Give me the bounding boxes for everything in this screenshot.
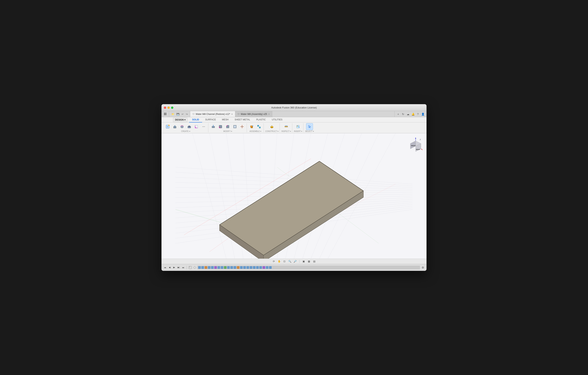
notification-button[interactable]: 🔔 [411, 112, 415, 116]
timeline-marker-17[interactable] [250, 266, 252, 269]
file-button[interactable]: 📁 [171, 112, 175, 116]
tab-mesh[interactable]: MESH [219, 117, 232, 122]
tab-plastic[interactable]: PLASTIC [253, 117, 269, 122]
maximize-button[interactable] [171, 107, 173, 109]
new-sketch-button[interactable] [164, 123, 171, 130]
tab-surface[interactable]: SURFACE [202, 117, 219, 122]
app-grid-button[interactable] [162, 111, 169, 117]
timeline-marker-1[interactable] [198, 266, 201, 269]
view-settings-button[interactable]: ▤ [312, 260, 316, 263]
timeline-marker-16[interactable] [246, 266, 249, 269]
timeline-marker-8[interactable] [221, 266, 223, 269]
revolve-button[interactable] [179, 123, 185, 130]
timeline-marker-23[interactable] [269, 266, 272, 269]
refresh-button[interactable]: ↻ [401, 112, 405, 116]
fillet-button[interactable] [193, 123, 200, 130]
tab-utilities[interactable]: UTILITIES [269, 117, 285, 122]
timeline-marker-12[interactable] [234, 266, 236, 269]
svg-rect-0 [164, 113, 165, 114]
svg-marker-109 [422, 149, 423, 151]
offset-plane-button[interactable] [268, 123, 275, 130]
zoom-out-button[interactable]: 🔎 [293, 260, 297, 263]
help-button[interactable]: ? [416, 112, 420, 116]
move-button[interactable] [239, 123, 245, 130]
svg-text:Z: Z [420, 139, 421, 141]
view-cube[interactable]: Z X FRONT RIGHT [409, 137, 421, 152]
select-tool-button[interactable] [306, 123, 313, 130]
timeline-marker-3[interactable] [205, 266, 207, 269]
joint-button[interactable] [256, 123, 262, 130]
account-button[interactable]: 👤 [421, 112, 425, 116]
titlebar: Autodesk Fusion 360 (Education License) [162, 104, 426, 111]
new-tab-button[interactable]: + [396, 112, 400, 116]
tab-icon: 🛡 [192, 113, 195, 115]
timeline-sketch-button[interactable] [188, 266, 192, 269]
timeline-marker-14[interactable] [240, 266, 243, 269]
timeline-marker-13[interactable] [237, 266, 240, 269]
timeline-settings-button[interactable]: ⚙ [421, 265, 425, 270]
grid-settings-button[interactable]: ▦ [307, 260, 311, 263]
new-component-button[interactable] [248, 123, 255, 130]
tab-close-button-2[interactable]: × [268, 113, 270, 115]
timeline-prev-button[interactable]: ◀ [168, 266, 171, 269]
timeline-marker-2[interactable] [201, 266, 204, 269]
display-mode-button[interactable]: ▣ [302, 260, 305, 263]
timeline-end-button[interactable]: ⏭ [181, 266, 185, 269]
save-button[interactable]: 💾 [176, 112, 180, 116]
svg-rect-39 [257, 125, 259, 126]
tab-inactive[interactable]: 🛡 Water Mill (Assembly) v25 × [235, 111, 272, 117]
3d-model-viewport [162, 133, 426, 259]
timeline-marker-7[interactable] [218, 266, 220, 269]
timeline-rewind-button[interactable]: ⏮ [163, 266, 167, 269]
cloud-button[interactable]: ☁ [406, 112, 410, 116]
tab-active[interactable]: 🛡 Water Mill Channel (Redone) v12* × [190, 111, 235, 117]
orbit-button[interactable]: ⟳ [272, 260, 276, 263]
extrude-button[interactable] [171, 123, 178, 130]
press-pull-button[interactable] [210, 123, 217, 130]
redo-button[interactable]: ↪ [185, 112, 189, 116]
timeline-marker-20[interactable] [259, 266, 262, 269]
zoom-in-button[interactable]: 🔍 [288, 260, 292, 263]
chamfer-button[interactable] [224, 123, 231, 130]
tab-sheet-metal[interactable]: SHEET METAL [231, 117, 253, 122]
ribbon-group-create: CREATE ▾ [163, 123, 208, 132]
minimize-button[interactable] [168, 107, 170, 109]
insert-canvas-button[interactable] [294, 123, 301, 130]
svg-rect-40 [259, 127, 261, 128]
svg-point-17 [203, 126, 204, 127]
more-create-button[interactable] [200, 123, 207, 130]
tab-label: Water Mill Channel (Redone) v12* [196, 113, 230, 115]
close-button[interactable] [164, 107, 166, 109]
tab-solid[interactable]: SOLID [189, 117, 202, 122]
timeline-play-button[interactable]: ▶ [172, 266, 176, 269]
bottom-toolbar: ⟳ ✋ ⊡ 🔍 🔎 ▣ ▦ ▤ [162, 259, 426, 264]
viewport[interactable]: Z X FRONT RIGHT [162, 133, 426, 259]
svg-rect-1 [165, 113, 166, 114]
timeline-marker-21[interactable] [262, 266, 265, 269]
timeline-marker-15[interactable] [243, 266, 246, 269]
timeline-marker-9[interactable] [224, 266, 227, 269]
tab-icon-2: 🛡 [238, 113, 240, 115]
timeline-marker-10[interactable] [227, 266, 230, 269]
undo-button[interactable]: ↩ [181, 112, 184, 116]
toolbar-tabs: DESIGN ▾ SOLID SURFACE MESH SHEET METAL … [162, 117, 426, 122]
timeline-marker-22[interactable] [266, 266, 268, 269]
pan-button[interactable]: ✋ [277, 260, 281, 263]
timeline-model-button[interactable] [193, 266, 197, 269]
timeline-next-button[interactable]: ▶| [177, 266, 180, 269]
fillet-modify-button[interactable] [217, 123, 224, 130]
tabbar-actions: + ↻ ☁ 🔔 ? 👤 [394, 111, 426, 117]
measure-button[interactable] [283, 123, 290, 130]
timeline-marker-6[interactable] [214, 266, 217, 269]
zoom-fit-button[interactable]: ⊡ [283, 260, 286, 263]
timeline-marker-19[interactable] [256, 266, 259, 269]
timeline-marker-11[interactable] [230, 266, 233, 269]
design-dropdown[interactable]: DESIGN ▾ [173, 118, 188, 122]
tab-close-button[interactable]: × [231, 113, 233, 115]
shell-button[interactable] [231, 123, 238, 130]
timeline-marker-4[interactable] [208, 266, 210, 269]
hole-button[interactable] [186, 123, 193, 130]
timeline-marker-5[interactable] [211, 266, 214, 269]
timeline-marker-18[interactable] [253, 266, 256, 269]
timeline-track[interactable] [197, 266, 420, 269]
